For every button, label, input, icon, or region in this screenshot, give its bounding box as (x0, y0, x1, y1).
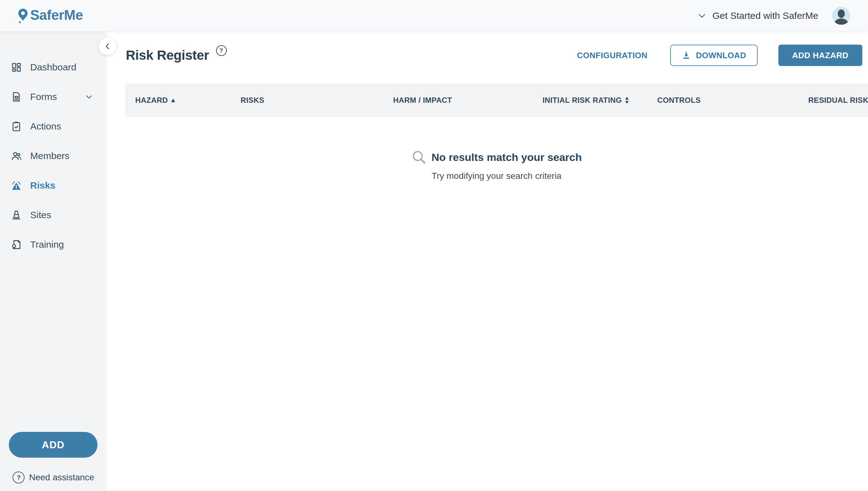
sidebar-item-label: Risks (30, 180, 55, 191)
column-header-risks[interactable]: RISKS (241, 96, 393, 105)
get-started-menu[interactable]: Get Started with SaferMe (697, 10, 818, 21)
certificate-icon (11, 239, 22, 250)
sidebar-item-label: Training (30, 239, 64, 250)
column-label: INITIAL RISK RATING (542, 96, 622, 105)
logo-wordmark: SaferMe (30, 8, 83, 22)
column-label: RISKS (241, 96, 264, 105)
sidebar-item-label: Forms (30, 91, 57, 102)
sort-ascending-icon (171, 99, 175, 102)
map-pin-icon (18, 8, 28, 23)
people-icon (11, 150, 22, 162)
download-icon (681, 51, 691, 60)
help-icon[interactable]: ? (216, 45, 227, 56)
sidebar-item-training[interactable]: Training (0, 233, 107, 256)
question-circle-icon: ? (12, 471, 25, 484)
sidebar-item-label: Dashboard (30, 62, 77, 73)
page-title: Risk Register (126, 48, 209, 63)
column-header-hazard[interactable]: HAZARD (135, 96, 241, 105)
traffic-cone-icon (11, 209, 22, 221)
sidebar-collapse-button[interactable] (99, 37, 116, 55)
empty-state-subtitle: Try modifying your search criteria (125, 171, 868, 181)
sidebar-item-members[interactable]: Members (0, 145, 107, 167)
clipboard-check-icon (11, 121, 22, 132)
column-header-harm-impact[interactable]: HARM / IMPACT (393, 96, 542, 105)
chevron-left-icon (104, 42, 112, 50)
column-header-controls[interactable]: CONTROLS (657, 96, 808, 105)
search-icon (411, 150, 426, 165)
sort-both-icon (625, 97, 629, 104)
app-window: SaferMe Get Started with SaferMe (0, 0, 868, 491)
need-assistance-label: Need assistance (29, 472, 94, 483)
column-label: CONTROLS (657, 96, 701, 105)
chevron-down-icon[interactable] (85, 93, 93, 101)
configuration-link[interactable]: CONFIGURATION (577, 51, 647, 60)
sidebar-item-label: Sites (30, 210, 51, 220)
chevron-down-icon (697, 11, 707, 21)
table-header-row: HAZARD RISKS HARM / IMPACT INITIAL RISK … (125, 84, 868, 117)
main-content: Risk Register ? CONFIGURATION DOWNLOAD A… (107, 31, 868, 491)
saferme-logo[interactable]: SaferMe (18, 8, 83, 23)
add-button[interactable]: ADD (9, 432, 97, 458)
top-bar: SaferMe Get Started with SaferMe (0, 0, 868, 31)
user-avatar[interactable] (832, 7, 850, 25)
sidebar-item-sites[interactable]: Sites (0, 204, 107, 226)
download-button[interactable]: DOWNLOAD (670, 45, 758, 66)
sidebar-item-actions[interactable]: Actions (0, 115, 107, 138)
dashboard-icon (11, 62, 22, 73)
sidebar: Dashboard Forms (0, 31, 107, 491)
sidebar-item-label: Members (30, 150, 69, 161)
column-header-residual-risk-rating[interactable]: RESIDUAL RISK RAT (808, 96, 868, 105)
column-label: HARM / IMPACT (393, 96, 452, 105)
column-label: RESIDUAL RISK RAT (808, 96, 868, 105)
sidebar-item-label: Actions (30, 121, 61, 132)
sidebar-item-dashboard[interactable]: Dashboard (0, 56, 107, 79)
column-header-initial-risk-rating[interactable]: INITIAL RISK RATING (542, 96, 657, 105)
empty-state: No results match your search Try modifyi… (125, 150, 868, 181)
hazard-triangle-icon (11, 180, 22, 191)
add-hazard-button[interactable]: ADD HAZARD (778, 45, 862, 66)
need-assistance-link[interactable]: ? Need assistance (0, 471, 107, 484)
column-label: HAZARD (135, 96, 168, 105)
risk-register-table: HAZARD RISKS HARM / IMPACT INITIAL RISK … (125, 84, 868, 117)
get-started-label: Get Started with SaferMe (712, 10, 818, 21)
document-icon (11, 91, 22, 103)
sidebar-item-risks[interactable]: Risks (0, 174, 107, 197)
sidebar-item-forms[interactable]: Forms (0, 86, 107, 108)
empty-state-title: No results match your search (431, 151, 582, 164)
download-label: DOWNLOAD (696, 51, 746, 60)
